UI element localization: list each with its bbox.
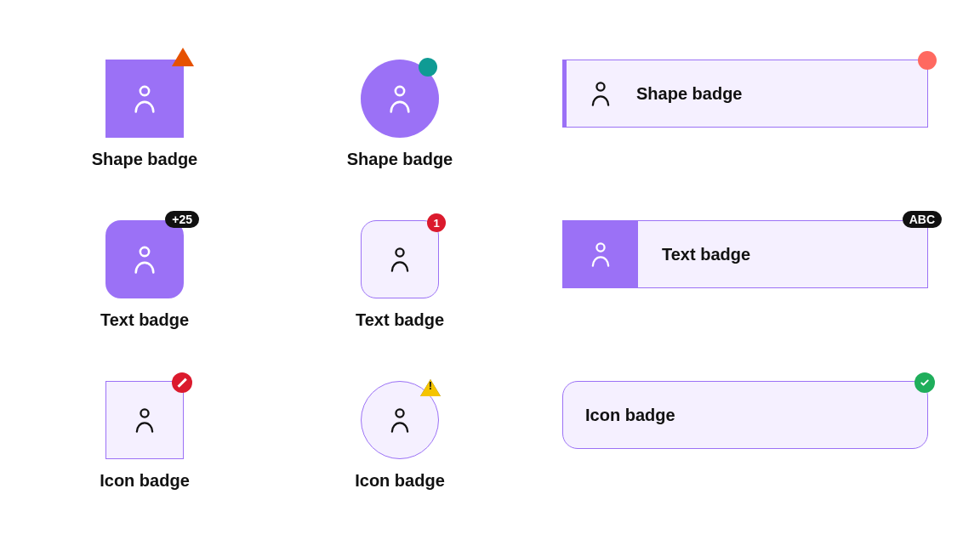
svg-point-1 [396,87,404,95]
example-icon-square: Icon badge [51,381,238,491]
bar-label: Icon badge [585,406,675,425]
check-icon [914,372,935,393]
badge-triangle [172,48,194,66]
svg-point-4 [396,248,403,256]
dot-icon [419,58,437,77]
svg-point-3 [140,247,149,256]
avatar-bar-accent: Shape badge [562,60,928,128]
bar-label: Text badge [662,245,750,264]
avatar-squircle-filled [105,220,184,298]
badge-icon [172,372,192,393]
person-icon [589,80,612,107]
person-icon [388,406,412,434]
caption: Shape badge [92,150,197,169]
svg-point-6 [140,409,148,417]
badge-icon [914,372,935,393]
badge-text-circle: 1 [427,213,446,232]
svg-point-2 [596,82,604,90]
caption: Shape badge [347,150,453,169]
avatar-bar-solid: Text badge [562,220,928,288]
svg-point-5 [596,243,604,251]
example-text-bar: Text badge ABC [561,220,929,330]
example-text-squircle: +25 Text badge [51,220,238,330]
triangle-icon [172,48,194,66]
prohibit-icon [172,372,192,393]
person-icon [131,244,158,275]
dot-icon [918,51,937,70]
person-icon [131,83,158,114]
example-text-squircle-outline: 1 Text badge [289,220,510,330]
person-icon [388,246,412,273]
caption: Icon badge [355,471,445,491]
badge-icon [420,376,441,396]
example-icon-bar: Icon badge [561,381,929,491]
person-icon [386,83,413,114]
badge-examples-grid: Shape badge Shape badge Shape badge +25 [51,60,929,491]
bar-icon-block [563,221,638,287]
badge-text-pill: +25 [165,212,199,227]
person-icon [133,406,157,434]
caption: Text badge [100,310,189,330]
badge-text: ABC [903,211,942,228]
example-shape-square: Shape badge [51,60,238,169]
avatar-square-filled [105,60,184,138]
svg-point-0 [140,87,149,95]
badge-text: 1 [427,213,446,232]
badge-dot [918,51,937,70]
example-shape-circle: Shape badge [289,60,510,169]
caption: Text badge [356,310,444,330]
example-icon-circle: Icon badge [289,381,510,491]
caption: Icon badge [100,471,190,491]
person-icon [589,241,612,268]
badge-text-pill: ABC [903,212,942,227]
warning-icon [420,376,441,396]
bar-label: Shape badge [636,84,742,104]
badge-dot [419,58,437,77]
example-shape-bar: Shape badge [561,60,929,169]
badge-text: +25 [165,211,199,228]
avatar-bar-rounded: Icon badge [562,381,928,449]
svg-point-7 [396,409,403,417]
